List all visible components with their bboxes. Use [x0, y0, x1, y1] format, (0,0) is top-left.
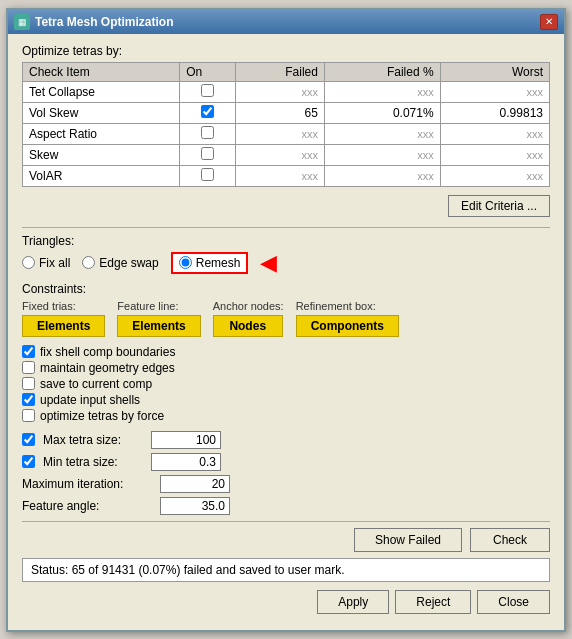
window-title: Tetra Mesh Optimization [35, 15, 173, 29]
radio-edge-swap-input[interactable] [82, 256, 95, 269]
content-area: Optimize tetras by: Check Item On Failed… [8, 34, 564, 630]
tetra-label-0: Max tetra size: [43, 433, 143, 447]
checkbox-row: save to current comp [22, 377, 550, 391]
arrow-icon: ◀ [260, 252, 277, 274]
cell-worst: xxx [440, 123, 549, 144]
checkbox-on[interactable] [201, 105, 214, 118]
status-bar: Status: 65 of 91431 (0.07%) failed and s… [22, 558, 550, 582]
radio-edge-swap-label: Edge swap [99, 256, 158, 270]
cell-failed-pct: xxx [324, 165, 440, 186]
bottom-buttons-row: Show Failed Check [22, 528, 550, 552]
cell-on [180, 144, 236, 165]
col-header-worst: Worst [440, 62, 549, 81]
checkbox-on[interactable] [201, 126, 214, 139]
close-window-button[interactable]: ✕ [540, 14, 558, 30]
table-row: Tet Collapsexxxxxxxxx [23, 81, 550, 102]
constraint-item: Fixed trias:Elements [22, 300, 105, 337]
checkbox-row: update input shells [22, 393, 550, 407]
tetra-label-1: Min tetra size: [43, 455, 143, 469]
tetra-input-0[interactable] [151, 431, 221, 449]
main-window: ▦ Tetra Mesh Optimization ✕ Optimize tet… [6, 8, 566, 632]
checkbox-on[interactable] [201, 168, 214, 181]
table-row: Vol Skew650.071%0.99813 [23, 102, 550, 123]
cell-worst: xxx [440, 81, 549, 102]
show-failed-button[interactable]: Show Failed [354, 528, 462, 552]
constraint-button-nodes[interactable]: Nodes [213, 315, 283, 337]
title-bar: ▦ Tetra Mesh Optimization ✕ [8, 10, 564, 34]
checkbox-label-1: maintain geometry edges [40, 361, 175, 375]
checkbox-row: maintain geometry edges [22, 361, 550, 375]
constraint-button-components[interactable]: Components [296, 315, 399, 337]
constraint-label: Feature line: [117, 300, 178, 312]
table-row: Skewxxxxxxxxx [23, 144, 550, 165]
constraints-section: Constraints: Fixed trias:ElementsFeature… [22, 282, 550, 337]
cell-failed-pct: xxx [324, 81, 440, 102]
checkbox-label-0: fix shell comp boundaries [40, 345, 175, 359]
cell-item: Vol Skew [23, 102, 180, 123]
triangles-section: Triangles: Fix all Edge swap Remesh ◀ [22, 234, 550, 274]
close-button[interactable]: Close [477, 590, 550, 614]
cell-on [180, 123, 236, 144]
checkbox-row: optimize tetras by force [22, 409, 550, 423]
tetra-checkbox-0[interactable] [22, 433, 35, 446]
constraints-label: Constraints: [22, 282, 86, 296]
cell-worst: xxx [440, 165, 549, 186]
constraint-label: Refinement box: [296, 300, 376, 312]
checkbox-on[interactable] [201, 84, 214, 97]
cell-on [180, 102, 236, 123]
iteration-input-1[interactable] [160, 497, 230, 515]
constraint-button-elements[interactable]: Elements [22, 315, 105, 337]
col-header-failed: Failed [236, 62, 325, 81]
iteration-input-0[interactable] [160, 475, 230, 493]
title-bar-left: ▦ Tetra Mesh Optimization [14, 14, 173, 30]
constraint-button-elements[interactable]: Elements [117, 315, 200, 337]
table-row: Aspect Ratioxxxxxxxxx [23, 123, 550, 144]
cell-item: Skew [23, 144, 180, 165]
iteration-input-row-1: Feature angle: [22, 497, 550, 515]
checkbox-3[interactable] [22, 393, 35, 406]
cell-on [180, 165, 236, 186]
iteration-input-row-0: Maximum iteration: [22, 475, 550, 493]
check-table: Check Item On Failed Failed % Worst Tet … [22, 62, 550, 187]
radio-fix-all: Fix all [22, 256, 70, 270]
radio-fix-all-input[interactable] [22, 256, 35, 269]
cell-on [180, 81, 236, 102]
checkboxes-section: fix shell comp boundariesmaintain geomet… [22, 345, 550, 423]
constraint-label: Fixed trias: [22, 300, 76, 312]
constraint-item: Feature line:Elements [117, 300, 200, 337]
col-header-on: On [180, 62, 236, 81]
window-icon: ▦ [14, 14, 30, 30]
checkbox-4[interactable] [22, 409, 35, 422]
col-header-item: Check Item [23, 62, 180, 81]
checkbox-on[interactable] [201, 147, 214, 160]
checkbox-label-4: optimize tetras by force [40, 409, 164, 423]
cell-failed: 65 [236, 102, 325, 123]
constraint-item: Anchor nodes:Nodes [213, 300, 284, 337]
cell-failed-pct: 0.071% [324, 102, 440, 123]
radio-remesh-input[interactable] [179, 256, 192, 269]
cell-failed: xxx [236, 81, 325, 102]
tetra-checkbox-1[interactable] [22, 455, 35, 468]
apply-button[interactable]: Apply [317, 590, 389, 614]
tetra-input-1[interactable] [151, 453, 221, 471]
col-header-failed-pct: Failed % [324, 62, 440, 81]
cell-item: Aspect Ratio [23, 123, 180, 144]
cell-failed: xxx [236, 144, 325, 165]
cell-failed-pct: xxx [324, 123, 440, 144]
radio-edge-swap: Edge swap [82, 256, 158, 270]
cell-item: VolAR [23, 165, 180, 186]
check-button[interactable]: Check [470, 528, 550, 552]
final-buttons-row: Apply Reject Close [22, 590, 550, 620]
edit-criteria-button[interactable]: Edit Criteria ... [448, 195, 550, 217]
checkbox-0[interactable] [22, 345, 35, 358]
cell-failed: xxx [236, 165, 325, 186]
checkbox-2[interactable] [22, 377, 35, 390]
divider-2 [22, 521, 550, 522]
cell-item: Tet Collapse [23, 81, 180, 102]
checkbox-1[interactable] [22, 361, 35, 374]
checkbox-row: fix shell comp boundaries [22, 345, 550, 359]
reject-button[interactable]: Reject [395, 590, 471, 614]
radio-remesh: Remesh [171, 252, 249, 274]
cell-worst: 0.99813 [440, 102, 549, 123]
constraint-item: Refinement box:Components [296, 300, 399, 337]
